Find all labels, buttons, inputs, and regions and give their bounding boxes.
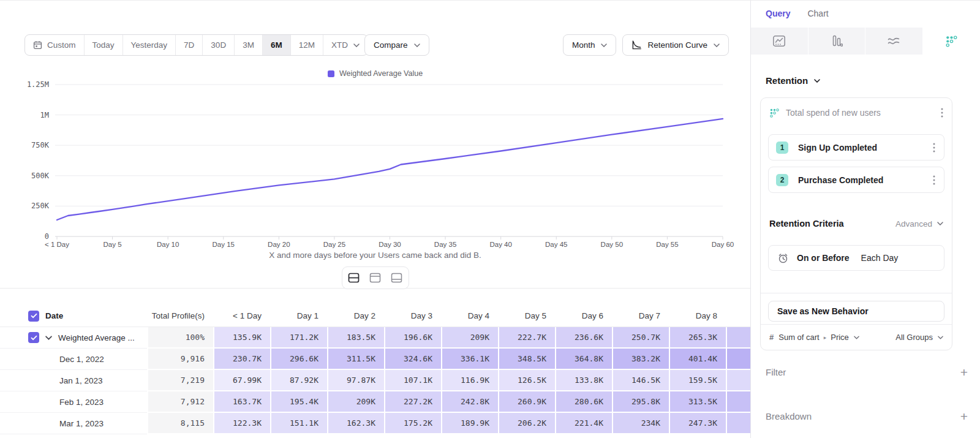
retention-value-cell[interactable]: 383.2K [612, 349, 669, 370]
retention-value-cell[interactable]: 209K [327, 391, 384, 413]
retention-value-cell[interactable]: 336.1K [441, 349, 498, 370]
range-today[interactable]: Today [85, 35, 123, 55]
save-as-new-behavior-button[interactable]: Save as New Behavior [768, 301, 944, 322]
retention-value-cell[interactable]: 295.8K [612, 391, 669, 413]
row-label-cell[interactable]: Mar 1, 2023 [0, 413, 147, 434]
retention-value-cell[interactable]: 151.1K [270, 413, 327, 434]
retention-value-cell[interactable]: 146.5K [612, 370, 669, 391]
retention-value-cell[interactable]: 401.4K [669, 349, 726, 370]
retention-value-cell[interactable]: 133.8K [555, 370, 612, 391]
compare-button[interactable]: Compare [364, 34, 429, 56]
range-xtd[interactable]: XTD [323, 35, 368, 55]
add-filter-button[interactable]: + [960, 366, 968, 379]
retention-value-cell[interactable]: 311.5K [327, 349, 384, 370]
retention-value-cell[interactable]: 162.3K [327, 413, 384, 434]
chevron-down-icon [937, 222, 943, 225]
chart-controls: Month Retention Curve [563, 34, 729, 56]
range-label: Today [92, 40, 115, 50]
flows-icon[interactable] [865, 28, 923, 55]
chart-legend: Weighted Average Value [0, 69, 750, 78]
row-label-cell[interactable]: Feb 1, 2023 [0, 391, 147, 413]
row-checkbox[interactable] [28, 332, 39, 343]
measure-property-dropdown[interactable]: Sum of cart ▸ Price [778, 333, 859, 342]
behavior-menu-icon[interactable] [940, 107, 944, 119]
retention-value-cell[interactable]: 222.7K [498, 327, 555, 349]
retention-value-cell[interactable]: 260.9K [498, 391, 555, 413]
row-label-cell[interactable]: Jan 1, 2023 [0, 370, 147, 391]
retention-section-dropdown[interactable]: Retention [766, 75, 820, 86]
row-label-cell[interactable]: Weighted Average ... [0, 327, 147, 349]
retention-value-cell[interactable]: 159.5K [669, 370, 726, 391]
retention-value-cell[interactable]: 209K [441, 327, 498, 349]
granularity-button[interactable]: Month [563, 34, 617, 56]
step-sign-up-completed[interactable]: 1 Sign Up Completed [768, 134, 944, 160]
retention-value-cell[interactable]: 221.4K [555, 413, 612, 434]
retention-value-cell[interactable]: 236.6K [555, 327, 612, 349]
breakdown-label: Breakdown [766, 411, 812, 421]
retention-value-cell[interactable]: 67.99K [213, 370, 270, 391]
behavior-card-header: Total spend of new users [769, 107, 944, 119]
granularity-label: Month [572, 40, 595, 50]
retention-value-cell[interactable]: 183.5K [327, 327, 384, 349]
retention-value-cell[interactable]: 364.8K [555, 349, 612, 370]
range-30d[interactable]: 30D [203, 35, 235, 55]
range-6m[interactable]: 6M [263, 35, 291, 55]
add-breakdown-button[interactable]: + [960, 410, 968, 423]
retention-value-cell[interactable]: 234K [612, 413, 669, 434]
retention-value-cell[interactable]: 107.1K [384, 370, 441, 391]
select-all-checkbox[interactable] [28, 311, 39, 322]
retention-value-cell[interactable]: 230.7K [213, 349, 270, 370]
total-profiles-cell: 7,912 [147, 391, 213, 413]
retention-value-cell[interactable]: 87.92K [270, 370, 327, 391]
layout-split-view-button[interactable] [344, 269, 364, 287]
tab-query[interactable]: Query [766, 9, 790, 28]
retention-value-cell[interactable]: 171.2K [270, 327, 327, 349]
svg-text:1M: 1M [40, 111, 49, 119]
retention-icon[interactable] [923, 28, 980, 55]
layout-chart-view-button[interactable] [366, 269, 385, 287]
svg-text:Day 5: Day 5 [104, 241, 122, 248]
retention-value-cell[interactable]: 296.6K [270, 349, 327, 370]
retention-value-cell[interactable]: 247.3K [669, 413, 726, 434]
retention-value-cell[interactable]: 163.7K [213, 391, 270, 413]
retention-value-cell[interactable]: 189.9K [441, 413, 498, 434]
expand-caret-icon[interactable] [45, 336, 52, 340]
retention-value-cell[interactable]: 348.5K [498, 349, 555, 370]
retention-value-cell[interactable]: 242.8K [441, 391, 498, 413]
retention-value-cell[interactable]: 250.7K [612, 327, 669, 349]
retention-value-cell[interactable]: 135.9K [213, 327, 270, 349]
step-purchase-completed[interactable]: 2 Purchase Completed [768, 167, 944, 193]
layout-table-view-button[interactable] [387, 269, 407, 287]
funnels-icon[interactable] [809, 28, 866, 55]
retention-value-cell[interactable]: 313.5K [669, 391, 726, 413]
range-custom[interactable]: Custom [25, 35, 85, 55]
retention-value-cell[interactable]: 175.2K [384, 413, 441, 434]
retention-value-cell[interactable]: 122.3K [213, 413, 270, 434]
range-3m[interactable]: 3M [235, 35, 263, 55]
criteria-mode-dropdown[interactable]: Advanced [895, 219, 943, 228]
step-menu-icon[interactable] [932, 174, 937, 186]
retention-value-cell[interactable]: 97.87K [327, 370, 384, 391]
chart-type-button[interactable]: Retention Curve [622, 34, 729, 56]
retention-value-cell[interactable]: 206.2K [498, 413, 555, 434]
range-12m[interactable]: 12M [291, 35, 323, 55]
range-yesterday[interactable]: Yesterday [123, 35, 176, 55]
retention-value-cell[interactable]: 324.6K [384, 349, 441, 370]
retention-value-cell[interactable]: 227.2K [384, 391, 441, 413]
tab-chart[interactable]: Chart [807, 9, 828, 28]
insights-icon[interactable] [751, 28, 809, 55]
svg-text:Day 55: Day 55 [656, 241, 678, 248]
svg-text:Day 45: Day 45 [545, 241, 567, 248]
retention-value-cell[interactable]: 126.5K [498, 370, 555, 391]
retention-value-cell[interactable]: 280.6K [555, 391, 612, 413]
retention-value-cell[interactable]: 116.9K [441, 370, 498, 391]
retention-value-cell[interactable]: 195.4K [270, 391, 327, 413]
row-label-cell[interactable]: Dec 1, 2022 [0, 349, 147, 370]
retention-value-cell[interactable]: 196.6K [384, 327, 441, 349]
range-7d[interactable]: 7D [176, 35, 203, 55]
step-menu-icon[interactable] [932, 142, 937, 154]
all-groups-dropdown[interactable]: All Groups [895, 333, 943, 342]
retention-criteria-setting[interactable]: On or Before Each Day [768, 245, 944, 271]
svg-text:0: 0 [45, 232, 49, 241]
retention-value-cell[interactable]: 265.3K [669, 327, 726, 349]
